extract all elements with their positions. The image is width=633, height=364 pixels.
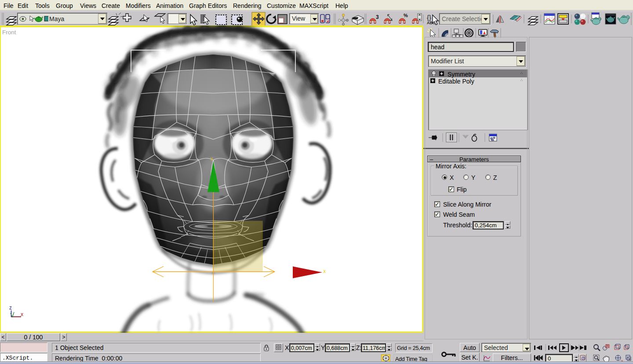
svg-text:3: 3 bbox=[376, 14, 379, 20]
svg-text:x: x bbox=[323, 268, 326, 274]
svg-text:z: z bbox=[9, 305, 12, 311]
svg-text:y: y bbox=[211, 156, 213, 161]
svg-text:%: % bbox=[404, 13, 408, 18]
svg-text:x: x bbox=[21, 311, 23, 317]
svg-text:{}: {} bbox=[427, 14, 431, 21]
svg-text:Front: Front bbox=[2, 29, 16, 36]
